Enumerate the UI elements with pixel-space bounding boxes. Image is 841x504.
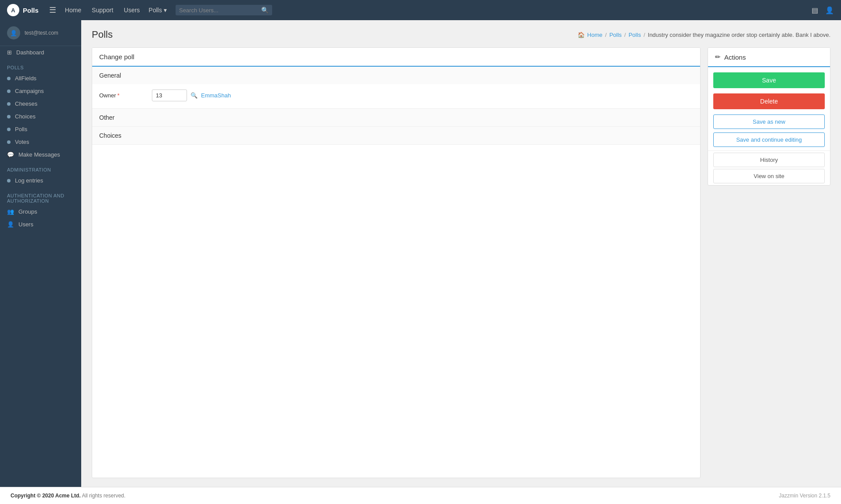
delete-button[interactable]: Delete <box>713 93 825 109</box>
breadcrumb-polls-2[interactable]: Polls <box>629 32 641 38</box>
home-icon: 🏠 <box>578 32 585 38</box>
save-button[interactable]: Save <box>713 72 825 88</box>
right-icons: ▤ 👤 <box>812 6 834 14</box>
page-title: Polls <box>92 29 113 40</box>
search-box[interactable]: 🔍 <box>176 5 272 15</box>
user-area[interactable]: 👤 test@test.com <box>0 20 81 46</box>
dot-icon <box>7 179 11 182</box>
sidebar-item-label: Make Messages <box>18 151 60 158</box>
groups-icon: 👥 <box>7 208 14 215</box>
form-section-general: General Owner* 🔍 EmmaShah <box>92 67 700 109</box>
avatar: 👤 <box>7 26 20 39</box>
sidebar-section-polls: Polls <box>0 59 81 72</box>
top-navigation: A Polls ☰ Home Support Users Polls ▾ 🔍 ▤… <box>0 0 841 20</box>
logo-area[interactable]: A Polls <box>7 4 39 16</box>
page-header: Polls 🏠 Home / Polls / Polls / Industry … <box>92 29 830 40</box>
owner-label: Owner* <box>99 92 152 99</box>
dot-icon <box>7 77 11 80</box>
sidebar: 👤 test@test.com ⊞ Dashboard Polls AllFie… <box>0 20 81 487</box>
breadcrumb-sep-1: / <box>605 32 607 38</box>
footer: Copyright © 2020 Acme Ltd. All rights re… <box>0 487 841 504</box>
breadcrumb: 🏠 Home / Polls / Polls / Industry consid… <box>578 32 830 38</box>
section-header-other[interactable]: Other <box>92 109 700 126</box>
sidebar-item-make-messages[interactable]: 💬 Make Messages <box>0 148 81 161</box>
required-indicator: * <box>117 92 119 99</box>
section-header-choices[interactable]: Choices <box>92 127 700 144</box>
nav-support[interactable]: Support <box>92 7 113 14</box>
section-header-general[interactable]: General <box>92 67 700 84</box>
actions-divider <box>708 150 830 151</box>
sidebar-item-users[interactable]: 👤 Users <box>0 218 81 231</box>
sidebar-item-polls[interactable]: Polls <box>0 123 81 136</box>
actions-title: Actions <box>724 54 746 61</box>
dot-icon <box>7 115 11 118</box>
form-section-other: Other <box>92 109 700 127</box>
save-continue-button[interactable]: Save and continue editing <box>713 132 825 147</box>
dot-icon <box>7 128 11 131</box>
users-icon: 👤 <box>7 221 14 228</box>
app-title: Polls <box>23 7 39 14</box>
breadcrumb-sep-2: / <box>624 32 626 38</box>
form-section-choices: Choices <box>92 127 700 145</box>
message-icon: 💬 <box>7 151 14 158</box>
edit-icon: ✏ <box>715 53 721 61</box>
actions-header: ✏ Actions <box>708 48 830 67</box>
sidebar-item-label: Campaigns <box>15 88 44 94</box>
owner-id-input[interactable] <box>152 89 187 101</box>
owner-field-input: 🔍 EmmaShah <box>152 89 231 101</box>
owner-link[interactable]: EmmaShah <box>201 92 231 99</box>
dot-icon <box>7 140 11 144</box>
hamburger-icon[interactable]: ☰ <box>49 5 56 15</box>
breadcrumb-sep-3: / <box>643 32 645 38</box>
sidebar-item-groups[interactable]: 👥 Groups <box>0 205 81 218</box>
user-email: test@test.com <box>25 30 58 36</box>
dashboard-icon: ⊞ <box>7 49 12 56</box>
form-panel: Change poll General Owner* 🔍 EmmaShah <box>92 47 701 478</box>
sidebar-item-label: Cheeses <box>15 100 37 107</box>
actions-panel: ✏ Actions Save Delete Save as new Save a… <box>708 47 830 478</box>
docs-icon[interactable]: ▤ <box>812 6 818 14</box>
sidebar-item-label: Choices <box>15 113 36 120</box>
search-owner-icon: 🔍 <box>190 92 198 99</box>
content-row: Change poll General Owner* 🔍 EmmaShah <box>92 47 830 478</box>
chevron-down-icon: ▾ <box>164 7 167 14</box>
breadcrumb-polls-1[interactable]: Polls <box>609 32 622 38</box>
nav-home[interactable]: Home <box>65 7 81 14</box>
breadcrumb-home[interactable]: Home <box>587 32 603 38</box>
polls-dropdown[interactable]: Polls ▾ <box>149 7 167 14</box>
sidebar-item-log-entries[interactable]: Log entries <box>0 174 81 187</box>
sidebar-item-label: Polls <box>15 126 27 132</box>
layout: 👤 test@test.com ⊞ Dashboard Polls AllFie… <box>0 20 841 487</box>
breadcrumb-current: Industry consider they magazine order st… <box>648 32 830 38</box>
sidebar-item-allfields[interactable]: AllFields <box>0 72 81 85</box>
sidebar-item-choices[interactable]: Choices <box>0 110 81 123</box>
actions-card: ✏ Actions Save Delete Save as new Save a… <box>708 47 830 186</box>
dot-icon <box>7 89 11 93</box>
nav-users[interactable]: Users <box>124 7 140 14</box>
user-icon[interactable]: 👤 <box>825 6 834 14</box>
search-icon: 🔍 <box>261 7 269 14</box>
form-header: Change poll <box>92 48 700 67</box>
dot-icon <box>7 102 11 106</box>
sidebar-item-votes[interactable]: Votes <box>0 136 81 148</box>
sidebar-item-label: Groups <box>18 208 37 215</box>
save-as-new-button[interactable]: Save as new <box>713 114 825 129</box>
sidebar-item-dashboard[interactable]: ⊞ Dashboard <box>0 46 81 59</box>
sidebar-section-admin: Administration <box>0 161 81 174</box>
sidebar-item-label: AllFields <box>15 75 36 82</box>
sidebar-section-auth: Authentication and Authorization <box>0 187 81 205</box>
history-button[interactable]: History <box>713 153 825 167</box>
owner-field-row: Owner* 🔍 EmmaShah <box>92 84 700 108</box>
sidebar-item-cheeses[interactable]: Cheeses <box>0 97 81 110</box>
sidebar-item-label: Users <box>18 221 33 228</box>
view-on-site-button[interactable]: View on site <box>713 169 825 183</box>
main-content: Polls 🏠 Home / Polls / Polls / Industry … <box>81 20 841 487</box>
footer-copyright: Copyright © 2020 Acme Ltd. All rights re… <box>11 493 126 499</box>
sidebar-item-label: Votes <box>15 139 29 145</box>
logo-icon: A <box>7 4 19 16</box>
top-nav-links: Home Support Users <box>65 7 149 14</box>
sidebar-item-label: Dashboard <box>16 49 44 56</box>
footer-version: Jazzmin Version 2.1.5 <box>779 493 830 499</box>
sidebar-item-campaigns[interactable]: Campaigns <box>0 85 81 97</box>
search-input[interactable] <box>179 7 259 14</box>
